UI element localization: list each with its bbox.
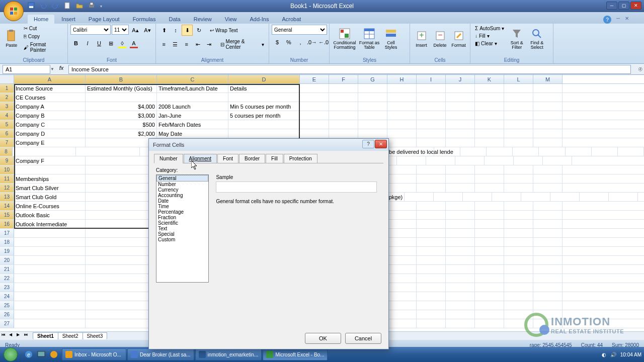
cell[interactable]: [475, 274, 504, 283]
category-item[interactable]: Fraction: [156, 215, 208, 220]
column-header[interactable]: F: [329, 75, 358, 83]
cell[interactable]: [434, 147, 460, 156]
category-item[interactable]: General: [156, 175, 208, 182]
cell[interactable]: [475, 129, 504, 138]
cell[interactable]: [329, 120, 358, 129]
cell[interactable]: [475, 238, 504, 246]
ribbon-tab-data[interactable]: Data: [163, 15, 186, 24]
cell[interactable]: $3,000: [86, 111, 157, 120]
cell[interactable]: [329, 111, 358, 120]
cell[interactable]: [446, 129, 475, 138]
cell[interactable]: [358, 102, 387, 111]
sheet-tab-3[interactable]: Sheet3: [83, 332, 108, 339]
cell[interactable]: [86, 138, 157, 147]
cell[interactable]: [504, 165, 533, 174]
category-item[interactable]: Number: [156, 182, 208, 187]
row-header[interactable]: 3: [0, 102, 14, 111]
cell[interactable]: [157, 93, 228, 102]
percent-icon[interactable]: %: [283, 37, 294, 48]
cell[interactable]: [387, 129, 417, 138]
cell[interactable]: [533, 93, 562, 102]
help-icon[interactable]: ?: [603, 16, 611, 24]
category-item[interactable]: Text: [156, 226, 208, 231]
cell[interactable]: [487, 147, 513, 156]
cell[interactable]: [417, 129, 446, 138]
cell[interactable]: [358, 120, 387, 129]
column-header[interactable]: H: [387, 75, 417, 83]
minimize-ribbon-icon[interactable]: ─: [616, 16, 620, 24]
format-cells-button[interactable]: Format: [450, 25, 467, 53]
cell-styles-button[interactable]: Cell Styles: [381, 25, 400, 53]
cell[interactable]: [329, 93, 358, 102]
cell[interactable]: [475, 138, 504, 147]
start-button[interactable]: [0, 347, 21, 362]
underline-button[interactable]: U: [94, 38, 105, 49]
cell[interactable]: [446, 138, 475, 147]
cell[interactable]: [446, 184, 475, 192]
cell[interactable]: [475, 102, 504, 111]
cell[interactable]: [460, 147, 487, 156]
align-left-icon[interactable]: ≡: [158, 39, 170, 50]
cell[interactable]: [475, 265, 504, 274]
cell[interactable]: [417, 238, 446, 246]
cell[interactable]: [475, 319, 504, 328]
cell[interactable]: [475, 111, 504, 120]
cell[interactable]: [387, 102, 417, 111]
cell[interactable]: [446, 292, 475, 301]
cell[interactable]: [504, 84, 533, 93]
bold-button[interactable]: B: [70, 38, 82, 49]
cell[interactable]: [475, 247, 504, 255]
cell[interactable]: Company C: [14, 120, 86, 129]
row-header[interactable]: 26: [0, 310, 14, 319]
cell[interactable]: [387, 238, 417, 246]
cell[interactable]: [446, 229, 475, 237]
cell[interactable]: [475, 184, 504, 192]
cell[interactable]: [504, 120, 533, 129]
cell[interactable]: Company F: [14, 156, 86, 165]
cell[interactable]: [446, 165, 475, 174]
ql-media-icon[interactable]: [48, 348, 60, 360]
row-header[interactable]: 27: [0, 319, 14, 328]
taskbar-item[interactable]: Dear Broker (Last sa...: [127, 348, 194, 360]
cell[interactable]: [358, 84, 387, 93]
row-header[interactable]: 17: [0, 229, 14, 237]
orientation-icon[interactable]: ↻: [193, 25, 204, 36]
cell[interactable]: [387, 202, 417, 210]
column-header[interactable]: C: [157, 75, 228, 83]
cell[interactable]: [358, 93, 387, 102]
ribbon-tab-home[interactable]: Home: [28, 15, 54, 24]
cell[interactable]: [417, 165, 446, 174]
cell[interactable]: [86, 220, 157, 228]
cell[interactable]: [14, 229, 86, 237]
cell[interactable]: [533, 220, 562, 228]
paste-button[interactable]: Paste: [3, 25, 21, 53]
cell[interactable]: [387, 138, 417, 147]
new-icon[interactable]: [64, 2, 72, 10]
cell[interactable]: [446, 220, 475, 228]
cell[interactable]: [504, 292, 533, 301]
cell[interactable]: [300, 120, 329, 129]
cell[interactable]: [533, 184, 562, 192]
cell[interactable]: Memberships: [14, 174, 86, 183]
dialog-tab-number[interactable]: Number: [154, 154, 183, 163]
cell[interactable]: [475, 220, 504, 228]
qat-more-icon[interactable]: ▾: [100, 4, 102, 9]
cell[interactable]: [86, 256, 157, 264]
cell[interactable]: [86, 184, 157, 192]
cell[interactable]: [300, 129, 329, 138]
align-center-icon[interactable]: ☰: [170, 39, 181, 50]
decrease-decimal-icon[interactable]: ←.0: [318, 37, 329, 48]
decrease-indent-icon[interactable]: ⇤: [193, 39, 204, 50]
cell[interactable]: [86, 319, 157, 328]
cell[interactable]: [417, 292, 446, 301]
cell[interactable]: [533, 138, 562, 147]
cell[interactable]: [397, 156, 426, 165]
cell[interactable]: [14, 265, 86, 274]
cell[interactable]: [387, 265, 417, 274]
sheet-first-icon[interactable]: ⏮: [2, 332, 9, 339]
cell[interactable]: [387, 256, 417, 264]
cell[interactable]: [417, 274, 446, 283]
category-item[interactable]: Time: [156, 204, 208, 209]
cell[interactable]: [86, 265, 157, 274]
cell[interactable]: [358, 111, 387, 120]
